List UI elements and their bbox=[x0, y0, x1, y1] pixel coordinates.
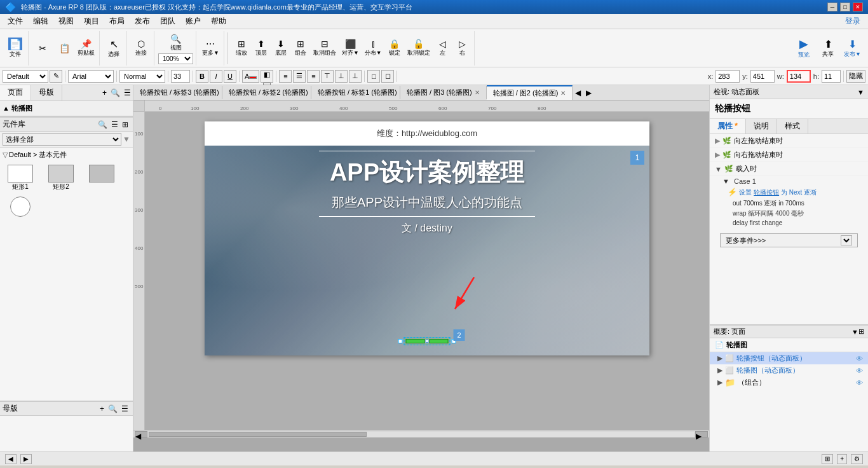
share-button[interactable]: ⬆ 共享 bbox=[818, 37, 838, 60]
action-item[interactable]: ⚡ 设置 轮播按钮 为 Next 逐渐 bbox=[710, 186, 868, 198]
more-events-button[interactable]: 更多事件>>> bbox=[720, 233, 858, 247]
align-center-button[interactable]: ☰ bbox=[293, 70, 306, 83]
font-size-input[interactable] bbox=[171, 70, 190, 83]
maximize-button[interactable]: □ bbox=[840, 3, 850, 11]
weight-select[interactable]: Normal bbox=[119, 70, 165, 83]
component-filter-icon[interactable]: ☰ bbox=[109, 120, 120, 129]
select-button[interactable]: ↖ 选择 bbox=[104, 37, 124, 60]
master-search-button[interactable]: 🔍 bbox=[106, 404, 119, 413]
sum-expand-3[interactable]: ▶ bbox=[717, 378, 722, 387]
canvas-tab-3-close[interactable]: ✕ bbox=[475, 89, 480, 96]
right-align-button[interactable]: ▷右 bbox=[454, 38, 471, 59]
copy-button[interactable]: 📋 bbox=[54, 42, 74, 55]
menu-view[interactable]: 视图 bbox=[53, 15, 79, 28]
font-color-button[interactable]: A bbox=[242, 70, 259, 83]
lock-button[interactable]: 🔒锁定 bbox=[386, 38, 403, 59]
font-select[interactable]: Arial bbox=[68, 70, 114, 83]
group-button[interactable]: ⊞组合 bbox=[292, 38, 309, 59]
master-filter-button[interactable]: ☰ bbox=[119, 404, 130, 413]
canvas-tab-2[interactable]: 轮播按钮 / 标签1 (轮播图) ✕ bbox=[311, 86, 400, 99]
shadow-button[interactable]: ◻ bbox=[381, 70, 394, 83]
menu-account[interactable]: 账户 bbox=[180, 15, 206, 28]
summary-filter-button[interactable]: ▼ bbox=[851, 328, 858, 336]
menu-help[interactable]: 帮助 bbox=[206, 15, 231, 28]
summary-item-carousel-btn[interactable]: ▶ ⬜ 轮播按钮（动态面板） 👁 bbox=[710, 352, 868, 364]
more-button[interactable]: ⋯ 更多▼ bbox=[200, 38, 221, 59]
summary-item-group[interactable]: ▶ 📁 （组合） 👁 bbox=[710, 376, 868, 389]
comp-item-circle[interactable] bbox=[3, 196, 38, 217]
x-input[interactable] bbox=[715, 70, 740, 83]
rp-tab-style[interactable]: 样式 bbox=[777, 119, 808, 134]
sum-expand-1[interactable]: ▶ bbox=[717, 354, 722, 362]
statusbar-next-button[interactable]: ▶ bbox=[20, 454, 32, 464]
menu-publish[interactable]: 发布 bbox=[130, 15, 155, 28]
align-middle-button[interactable]: ⊥ bbox=[335, 70, 348, 83]
fill-color-button[interactable]: ◧ bbox=[261, 70, 273, 83]
event-drag-right[interactable]: ▶ 🌿 向右拖动结束时 bbox=[710, 148, 868, 162]
zoom-fit-button[interactable]: ⊞缩放 bbox=[233, 38, 250, 59]
style-select[interactable]: Default bbox=[3, 70, 48, 83]
component-tree-default[interactable]: ▽ Default > 基本元件 bbox=[3, 150, 130, 160]
rp-tab-properties[interactable]: 属性 * bbox=[710, 119, 746, 134]
w-input[interactable] bbox=[787, 70, 811, 83]
menu-team[interactable]: 团队 bbox=[155, 15, 180, 28]
canvas-wrapper[interactable]: 0 100 200 300 400 500 600 700 800 bbox=[133, 100, 709, 451]
canvas-tab-1[interactable]: 轮播按钮 / 标签2 (轮播图) ✕ bbox=[222, 86, 311, 99]
bold-button[interactable]: B bbox=[196, 70, 208, 83]
canvas-tab-4[interactable]: 轮播图 / 图2 (轮播图) ✕ bbox=[487, 85, 573, 100]
italic-button[interactable]: I bbox=[210, 70, 222, 83]
publish-button[interactable]: ⬇ 发布▼ bbox=[842, 37, 863, 60]
style-edit-button[interactable]: ✎ bbox=[50, 70, 62, 83]
statusbar-add-button[interactable]: + bbox=[837, 454, 847, 464]
canvas-tab-4-close[interactable]: ✕ bbox=[560, 90, 566, 97]
page-add-button[interactable]: + bbox=[100, 85, 109, 100]
scroll-right-button[interactable]: ▶ bbox=[695, 431, 708, 437]
canvas-tab-0[interactable]: 轮播按钮 / 标签3 (轮播图) ✕ bbox=[133, 86, 222, 99]
top-layer-button[interactable]: ⬆顶层 bbox=[252, 38, 270, 59]
page-search-button[interactable]: 🔍 bbox=[109, 85, 122, 100]
underline-button[interactable]: U bbox=[224, 70, 236, 83]
statusbar-settings-button[interactable]: ⚙ bbox=[851, 454, 863, 464]
distribute-button[interactable]: ⫿分布▼ bbox=[363, 38, 384, 59]
case-1-item[interactable]: ▼ Case 1 bbox=[710, 176, 868, 186]
hide-button[interactable]: 隐藏 bbox=[846, 70, 865, 83]
connect-button[interactable]: ⬡ 连接 bbox=[131, 38, 151, 59]
summary-icon-button[interactable]: ⊞ bbox=[858, 327, 864, 336]
scroll-thumb-h[interactable] bbox=[149, 432, 367, 437]
paste-button[interactable]: 📌 剪贴板 bbox=[76, 38, 97, 59]
view-button[interactable]: 🔍 视图 bbox=[166, 32, 186, 53]
selection-handle-tl[interactable] bbox=[398, 339, 403, 343]
event-load[interactable]: ▼ 🌿 载入时 bbox=[710, 162, 868, 176]
bottom-layer-button[interactable]: ⬇底层 bbox=[272, 38, 290, 59]
menu-project[interactable]: 项目 bbox=[79, 15, 104, 28]
preview-button[interactable]: ▶ 预览 bbox=[794, 36, 814, 60]
rp-tab-description[interactable]: 说明 bbox=[746, 119, 777, 134]
comp-item-gray-small[interactable] bbox=[84, 165, 119, 191]
unlock-button[interactable]: 🔓取消锁定 bbox=[405, 38, 432, 59]
align-top-button[interactable]: ⊤ bbox=[321, 70, 334, 83]
minimize-button[interactable]: ─ bbox=[827, 3, 837, 11]
tab-scroll-right[interactable]: ▶ bbox=[583, 88, 594, 97]
left-align-button[interactable]: ◁左 bbox=[434, 38, 452, 59]
login-button[interactable]: 登录 bbox=[840, 15, 865, 28]
ungroup-button[interactable]: ⊟取消组合 bbox=[311, 38, 338, 59]
comp-item-rect1[interactable]: 矩形1 bbox=[3, 165, 38, 191]
component-search-icon[interactable]: 🔍 bbox=[96, 120, 109, 129]
statusbar-grid-button[interactable]: ⊞ bbox=[822, 454, 833, 464]
statusbar-prev-button[interactable]: ◀ bbox=[5, 454, 17, 464]
summary-item-carousel[interactable]: ▶ ⬜ 轮播图（动态面板） 👁 bbox=[710, 364, 868, 376]
sum-expand-2[interactable]: ▶ bbox=[717, 366, 722, 375]
align-left-button[interactable]: ≡ bbox=[279, 70, 292, 83]
page-more-button[interactable]: ☰ bbox=[122, 85, 133, 100]
tab-pages[interactable]: 页面 bbox=[0, 85, 31, 100]
y-input[interactable] bbox=[750, 70, 775, 83]
slider-handle[interactable] bbox=[426, 340, 429, 343]
menu-edit[interactable]: 编辑 bbox=[28, 15, 53, 28]
right-panel-filter-button[interactable]: ▼ bbox=[857, 88, 864, 96]
new-button[interactable]: 📄 文件 bbox=[5, 36, 25, 60]
tab-masters[interactable]: 母版 bbox=[31, 85, 62, 100]
h-input[interactable] bbox=[822, 70, 841, 83]
component-more-icon[interactable]: ⊞ bbox=[120, 120, 130, 129]
align-button[interactable]: ⬛对齐▼ bbox=[340, 38, 361, 59]
component-filter-select[interactable]: 选择全部 bbox=[3, 133, 121, 146]
